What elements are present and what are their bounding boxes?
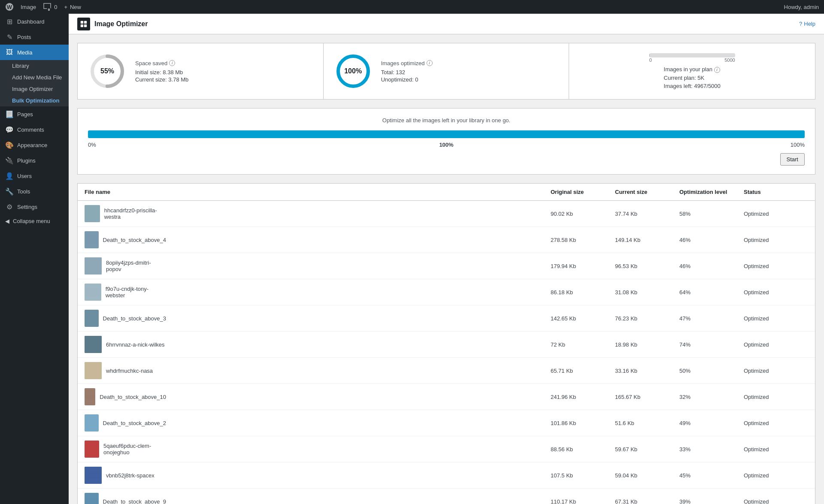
- plan-progress-fill: [649, 53, 650, 57]
- sidebar-subitem-bulk-optimization[interactable]: Bulk Optimization: [0, 95, 69, 106]
- table-row: Death_to_stock_above_10 241.96 Kb 165.67…: [78, 384, 815, 410]
- current-plan-line: Current plan: 5K: [664, 75, 721, 81]
- table-row: Death_to_stock_above_9 110.17 Kb 67.31 K…: [78, 489, 815, 504]
- col-current-size: Current size: [615, 189, 679, 195]
- plan-labels: 0 5000: [649, 57, 735, 63]
- total-images-line: Total: 132: [381, 69, 433, 75]
- sidebar-item-media[interactable]: 🖼 Media: [0, 45, 69, 60]
- current-size-line: Current size: 3.78 Mb: [135, 76, 188, 83]
- filename: 5qaeuf6pduc-clem-onojeghuo: [103, 443, 166, 456]
- svg-rect-7: [84, 24, 87, 27]
- current-size: 18.98 Kb: [615, 341, 679, 348]
- comments-link[interactable]: 0 0: [43, 3, 57, 11]
- svg-rect-21: [86, 315, 97, 322]
- thumbnail: [85, 284, 101, 301]
- original-size: 101.86 Kb: [551, 420, 615, 426]
- table-row: 5qaeuf6pduc-clem-onojeghuo 88.56 Kb 59.6…: [78, 436, 815, 462]
- initial-size-line: Initial size: 8.38 Mb: [135, 69, 188, 75]
- sidebar-subitem-library[interactable]: Library: [0, 60, 69, 72]
- filename: Death_to_stock_above_10: [100, 394, 166, 400]
- new-content-link[interactable]: + New: [64, 4, 81, 10]
- status-badge: Optimized: [744, 211, 808, 217]
- filename: 6hrrvnnaz-a-nick-wilkes: [106, 341, 165, 348]
- table-row: whdrfmuchkc-nasa 65.71 Kb 33.16 Kb 50% O…: [78, 358, 815, 384]
- wp-logo[interactable]: W: [5, 3, 14, 11]
- svg-rect-27: [86, 394, 94, 400]
- status-badge: Optimized: [744, 237, 808, 243]
- bulk-optimization-section: Optimize all the images left in your lib…: [77, 108, 815, 175]
- admin-sidebar: ⊞ Dashboard ✎ Posts 🖼 Media Library Add …: [0, 14, 69, 504]
- dashboard-icon: ⊞: [5, 17, 14, 26]
- col-status: Status: [744, 189, 808, 195]
- original-size: 65.71 Kb: [551, 368, 615, 374]
- bulk-labels: 0% 100% 100%: [88, 142, 805, 148]
- status-badge: Optimized: [744, 341, 808, 348]
- original-size: 241.96 Kb: [551, 394, 615, 400]
- howdy-greeting: Howdy, admin: [784, 4, 819, 10]
- sidebar-item-settings[interactable]: ⚙ Settings: [0, 199, 69, 214]
- current-size: 96.53 Kb: [615, 263, 679, 269]
- original-size: 86.18 Kb: [551, 289, 615, 296]
- bulk-progress-bar: [88, 130, 805, 138]
- stats-row: 55% Space saved i Initial size: 8.38 Mb …: [77, 43, 815, 100]
- svg-rect-6: [81, 24, 83, 27]
- table-row: Death_to_stock_above_3 142.65 Kb 76.23 K…: [78, 305, 815, 332]
- sidebar-item-comments[interactable]: 💬 Comments: [0, 122, 69, 137]
- plan-info-icon[interactable]: i: [714, 67, 720, 73]
- help-link[interactable]: ? Help: [799, 21, 815, 27]
- file-cell: Death_to_stock_above_9: [85, 493, 166, 504]
- plugins-icon: 🔌: [5, 156, 14, 165]
- space-saved-label: Space saved i: [135, 60, 188, 66]
- optimization-level: 50%: [679, 368, 744, 374]
- collapse-menu-button[interactable]: ◀ Collapse menu: [0, 214, 69, 228]
- sidebar-subitem-add-new[interactable]: Add New Media File: [0, 72, 69, 83]
- filename: f9o7u-cndjk-tony-webster: [106, 286, 166, 299]
- filename: Death_to_stock_above_3: [103, 315, 166, 322]
- filename: Death_to_stock_above_9: [103, 498, 166, 504]
- original-size: 278.58 Kb: [551, 237, 615, 243]
- file-cell: vbnb52j8trk-spacex: [85, 467, 166, 484]
- svg-text:W: W: [7, 4, 12, 10]
- images-optimized-info-icon[interactable]: i: [427, 60, 433, 66]
- sidebar-item-appearance[interactable]: 🎨 Appearance: [0, 137, 69, 153]
- help-circle-icon: ?: [799, 21, 802, 27]
- svg-text:0: 0: [48, 8, 50, 11]
- appearance-icon: 🎨: [5, 141, 14, 149]
- original-size: 110.17 Kb: [551, 498, 615, 504]
- sidebar-item-pages[interactable]: 📃 Pages: [0, 106, 69, 122]
- col-thumbnail: File name: [85, 189, 166, 195]
- status-badge: Optimized: [744, 446, 808, 453]
- thumbnail: [85, 231, 99, 248]
- sidebar-item-tools[interactable]: 🔧 Tools: [0, 184, 69, 199]
- sidebar-item-plugins[interactable]: 🔌 Plugins: [0, 153, 69, 168]
- sidebar-subitem-image-optimizer[interactable]: Image Optimizer: [0, 83, 69, 95]
- bulk-label-right: 100%: [791, 142, 805, 148]
- optimization-level: 39%: [679, 498, 744, 504]
- thumbnail: [85, 467, 102, 484]
- admin-bar: W Image 0 0 + New Howdy, admin: [0, 0, 824, 14]
- plan-card: 0 5000 Images in your plan i Current pla…: [569, 43, 815, 99]
- svg-rect-13: [86, 210, 99, 217]
- start-button[interactable]: Start: [780, 153, 805, 166]
- table-body: hhcandrfzz0-priscilla-westra 90.02 Kb 37…: [78, 201, 815, 504]
- space-saved-info-icon[interactable]: i: [169, 60, 175, 66]
- status-badge: Optimized: [744, 368, 808, 374]
- thumbnail: [85, 414, 99, 432]
- current-size: 165.67 Kb: [615, 394, 679, 400]
- status-badge: Optimized: [744, 472, 808, 479]
- current-size: 76.23 Kb: [615, 315, 679, 322]
- page-header: Image Optimizer ? Help: [69, 14, 824, 34]
- images-left-line: Images left: 4967/5000: [664, 83, 721, 89]
- comments-icon: 💬: [5, 125, 14, 134]
- svg-rect-29: [86, 419, 97, 426]
- sidebar-item-dashboard[interactable]: ⊞ Dashboard: [0, 14, 69, 29]
- svg-rect-19: [86, 288, 100, 296]
- sidebar-item-posts[interactable]: ✎ Posts: [0, 29, 69, 45]
- plugin-icon: [77, 18, 90, 30]
- col-original-size: Original size: [551, 189, 615, 195]
- sidebar-item-users[interactable]: 👤 Users: [0, 168, 69, 184]
- table-row: 6hrrvnnaz-a-nick-wilkes 72 Kb 18.98 Kb 7…: [78, 332, 815, 358]
- svg-rect-35: [86, 498, 97, 504]
- optimization-level: 49%: [679, 420, 744, 426]
- site-name[interactable]: Image: [21, 4, 36, 10]
